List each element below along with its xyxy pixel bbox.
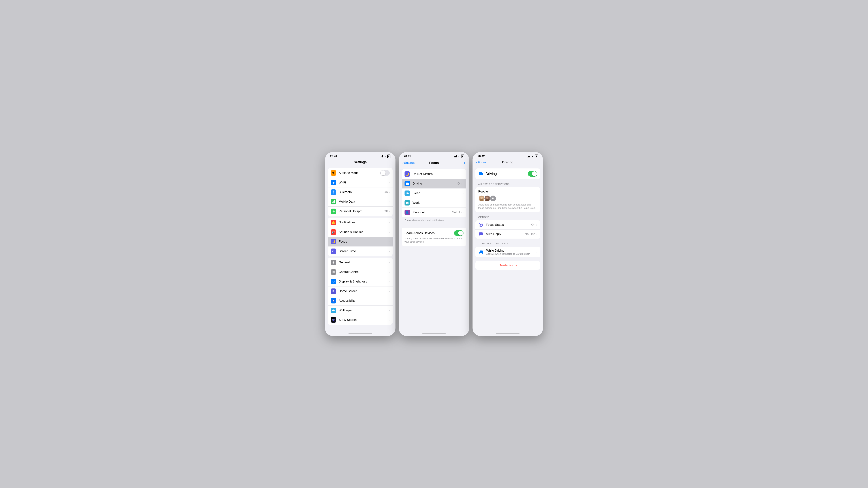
screentime-chevron	[389, 250, 390, 253]
svg-rect-18	[479, 172, 482, 173]
driving-car-icon	[478, 171, 484, 176]
personal-icon: 👤	[405, 210, 410, 215]
svg-point-31	[479, 253, 480, 254]
svg-point-12	[406, 193, 407, 194]
status-icons-2: ▲ ▮	[454, 155, 464, 158]
sleep-chevron	[463, 192, 463, 195]
settings-row-bluetooth[interactable]: Bluetooth On	[328, 188, 393, 197]
focus-row-donotdisturb[interactable]: 🌙 Do Not Disturb	[402, 169, 466, 179]
time-1: 20:41	[330, 155, 337, 158]
svg-rect-7	[406, 183, 408, 184]
settings-row-focus[interactable]: 🌙 Focus	[328, 237, 393, 247]
options-row-focusstatus[interactable]: Focus Status On	[475, 220, 540, 230]
focus-icon: 🌙	[331, 239, 336, 245]
settings-row-general[interactable]: ⚙ General	[328, 258, 393, 267]
svg-point-23	[479, 199, 484, 202]
driving-main-toggle[interactable]	[528, 171, 537, 176]
settings-row-siri[interactable]: Siri & Search	[328, 315, 393, 325]
svg-point-28	[480, 224, 482, 226]
delete-focus-button[interactable]: Delete Focus	[475, 261, 540, 270]
svg-rect-1	[333, 201, 333, 203]
while-driving-title: While Driving	[486, 249, 536, 253]
time-3: 20:42	[477, 155, 485, 158]
settings-row-mobiledata[interactable]: Mobile Data	[328, 197, 393, 206]
focus-row-driving[interactable]: Driving On	[402, 179, 466, 189]
svg-point-19	[479, 174, 480, 175]
settings-row-controlcentre[interactable]: ◫ Control Centre	[328, 267, 393, 277]
siri-icon	[331, 317, 336, 323]
battery-icon-2: ▮	[461, 155, 464, 158]
sleep-icon	[405, 191, 410, 196]
settings-row-airplane[interactable]: ✈ Airplane Mode	[328, 168, 393, 178]
status-bar-1: 20:41 ▲ ▮	[325, 152, 396, 159]
people-card: People ›	[475, 187, 540, 212]
homescreen-icon: ⊞	[331, 289, 336, 294]
settings-row-screentime[interactable]: ⏱ Screen Time	[328, 247, 393, 256]
mobiledata-chevron	[389, 200, 390, 203]
autoreply-icon	[478, 231, 484, 236]
status-icons-3: ▲ ▮	[527, 155, 538, 158]
accessibility-chevron	[389, 299, 390, 302]
svg-point-26	[485, 199, 489, 202]
people-chevron-icon: ›	[489, 190, 489, 193]
settings-row-display[interactable]: AA Display & Brightness	[328, 277, 393, 287]
while-driving-row[interactable]: While Driving Activate when connected to…	[475, 247, 540, 257]
focus-list-section: 🌙 Do Not Disturb Driving On	[402, 169, 466, 217]
sounds-label: Sounds & Haptics	[339, 230, 389, 234]
avatar-2	[484, 195, 491, 202]
people-label[interactable]: People ›	[478, 190, 537, 193]
screens-container: 20:41 ▲ ▮ Settings ✈	[321, 149, 547, 339]
back-to-focus[interactable]: ‹ Focus	[476, 160, 491, 164]
display-chevron	[389, 280, 390, 283]
focus-row-work[interactable]: Work	[402, 198, 466, 208]
while-driving-chevron	[536, 251, 537, 254]
options-section: Focus Status On Auto-Reply No One	[475, 220, 540, 238]
driving-main-label: Driving	[486, 172, 497, 176]
svg-rect-2	[334, 201, 334, 203]
time-2: 20:41	[404, 155, 411, 158]
sounds-icon: 🔊	[331, 229, 336, 235]
options-row-autoreply[interactable]: Auto-Reply No One	[475, 230, 540, 238]
work-icon	[405, 200, 410, 205]
back-to-settings[interactable]: ‹ Settings	[402, 161, 417, 165]
focus-row-sleep[interactable]: Sleep	[402, 189, 466, 198]
add-focus-button[interactable]: +	[451, 160, 466, 165]
airplane-icon: ✈	[331, 170, 336, 176]
page-title-1: Settings	[343, 160, 377, 164]
while-driving-sub: Activate when connected to Car Bluetooth	[486, 253, 536, 255]
signal-icon-1	[380, 155, 383, 157]
bluetooth-value: On	[384, 190, 388, 194]
settings-row-wallpaper[interactable]: 🏔 Wallpaper	[328, 306, 393, 315]
general-label: General	[339, 261, 389, 264]
autoreply-value: No One	[525, 232, 535, 236]
signal-icon-2	[454, 155, 457, 157]
sounds-chevron	[389, 231, 390, 233]
general-chevron	[389, 261, 390, 264]
airplane-toggle[interactable]	[380, 170, 390, 176]
controlcentre-icon: ◫	[331, 269, 336, 275]
focus-row-personal[interactable]: 👤 Personal Set Up	[402, 208, 466, 217]
bluetooth-icon	[331, 189, 336, 195]
settings-row-notifications[interactable]: 🔔 Notifications	[328, 218, 393, 227]
bluetooth-chevron	[389, 191, 390, 194]
settings-row-wifi[interactable]: Wi-Fi	[328, 178, 393, 188]
home-indicator-1	[348, 333, 372, 334]
settings-row-accessibility[interactable]: ♿ Accessibility	[328, 296, 393, 306]
status-icons-1: ▲ ▮	[380, 155, 391, 158]
back-chevron-3: ‹	[476, 160, 477, 164]
status-bar-3: 20:42 ▲ ▮	[472, 152, 543, 159]
svg-rect-3	[334, 200, 335, 203]
siri-chevron	[389, 319, 390, 321]
focusstatus-value: On	[531, 223, 535, 227]
battery-icon-3: ▮	[535, 155, 538, 158]
settings-row-homescreen[interactable]: ⊞ Home Screen	[328, 287, 393, 296]
share-toggle[interactable]	[454, 230, 463, 236]
settings-section-3: ⚙ General ◫ Control Centre AA Display & …	[328, 258, 393, 325]
settings-row-sounds[interactable]: 🔊 Sounds & Haptics	[328, 227, 393, 237]
settings-row-hotspot[interactable]: ⊙ Personal Hotspot Off	[328, 206, 393, 216]
focus-chevron	[389, 240, 390, 243]
wallpaper-label: Wallpaper	[339, 308, 389, 312]
notifications-chevron	[389, 221, 390, 224]
settings-content: ✈ Airplane Mode Wi-Fi	[325, 166, 396, 332]
mobiledata-label: Mobile Data	[339, 200, 389, 203]
